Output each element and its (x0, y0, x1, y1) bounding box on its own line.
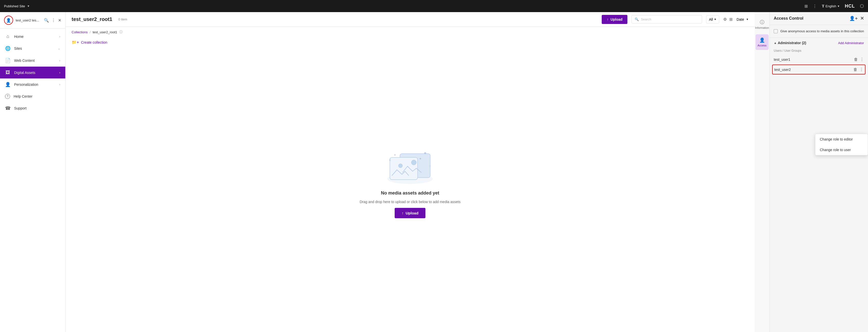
svg-point-4 (398, 164, 402, 168)
admin-section-wrapper: ▲ Administrator (2) Add Administrator Us… (770, 38, 868, 74)
tab-access[interactable]: 👤 Access (755, 34, 769, 50)
more-icon[interactable]: ⋮ (52, 18, 56, 23)
main-layout: 👤 test_user2 tes... 🔍 ⋮ ✕ ⌂ Home › 🌐 Sit… (0, 12, 868, 332)
right-panel-container: ⓘ Information 👤 Access Access Control 👤+… (754, 12, 868, 332)
chevron-down-icon: ▼ (714, 18, 716, 21)
sidebar-item-personalization[interactable]: 👤 Personalization › (0, 79, 65, 91)
access-control-panel: Access Control 👤+ ✕ Give anonymous acces… (770, 12, 868, 332)
language-label: English (826, 4, 836, 8)
add-user-icon[interactable]: 👤+ (849, 16, 858, 21)
chevron-right-icon: › (59, 59, 60, 62)
breadcrumb: Collections / test_user2_root1 ⓘ (66, 27, 754, 37)
tab-access-label: Access (757, 44, 766, 47)
top-bar-left: Published Site ▼ (4, 4, 30, 8)
access-icon: 👤 (759, 37, 765, 43)
chevron-right-icon: › (59, 83, 60, 86)
sites-icon: 🌐 (5, 46, 10, 51)
collection-title: test_user2_root1 (72, 17, 112, 22)
search-bar[interactable]: 🔍 Search (631, 15, 702, 24)
view-controls: ⚙ ⊞ (723, 17, 733, 22)
upload-button[interactable]: ↑ Upload (602, 15, 627, 24)
change-role-editor-item[interactable]: Change role to editor (815, 134, 868, 145)
svg-point-6 (394, 154, 396, 156)
delete-icon[interactable]: 🗑 (854, 57, 858, 62)
delete-icon[interactable]: 🗑 (854, 67, 858, 72)
sidebar-item-label: Support (14, 106, 60, 110)
breadcrumb-current: test_user2_root1 (93, 30, 117, 34)
web-content-icon: 📄 (5, 58, 10, 63)
sidebar-item-help-center[interactable]: ? Help Center (0, 91, 65, 102)
chevron-right-icon: › (59, 71, 60, 74)
search-icon: 🔍 (635, 18, 639, 21)
more-icon[interactable]: ⋮ (860, 67, 864, 72)
anonymous-access-checkbox[interactable] (774, 29, 778, 33)
sidebar-item-home[interactable]: ⌂ Home › (0, 31, 65, 42)
user-row-highlighted: test_user2 🗑 ⋮ (772, 65, 866, 74)
breadcrumb-separator: / (90, 30, 91, 34)
folder-add-icon: 📁+ (72, 40, 79, 44)
access-control-title: Access Control (774, 16, 803, 21)
information-icon: ⓘ (760, 19, 764, 25)
tab-information[interactable]: ⓘ Information (755, 16, 769, 32)
panel-tab-bar: ⓘ Information 👤 Access (754, 12, 770, 332)
close-icon[interactable]: ✕ (860, 16, 864, 21)
anonymous-access-row: Give anonymous access to media assets in… (770, 25, 868, 38)
access-control-header: Access Control 👤+ ✕ (770, 12, 868, 25)
top-bar-right: ⊞ ⋮ 𝐓 English ▼ HCL ⬡ (804, 3, 864, 9)
sidebar-nav: ⌂ Home › 🌐 Sites ⌄ 📄 Web Content › 🖼 Dig… (0, 29, 65, 332)
more-icon[interactable]: ⋮ (860, 57, 864, 62)
sidebar-item-digital-assets[interactable]: 🖼 Digital Assets › (0, 67, 65, 79)
chevron-down-icon: ⌄ (58, 47, 60, 50)
filter-all-button[interactable]: All ▼ (706, 16, 719, 24)
svg-point-5 (424, 152, 426, 154)
context-menu: Change role to editor Change role to use… (815, 134, 868, 155)
anonymous-access-label: Give anonymous access to media assets in… (780, 29, 864, 34)
filter-all-label: All (709, 18, 713, 22)
grid-icon[interactable]: ⊞ (804, 4, 808, 8)
chevron-down-icon[interactable]: ▼ (27, 4, 30, 7)
upload-icon: ↑ (607, 18, 609, 22)
content-header: test_user2_root1 0 item ↑ Upload 🔍 Searc… (66, 12, 754, 27)
help-icon: ? (5, 94, 10, 99)
hcl-logo: HCL (845, 3, 855, 9)
sidebar-item-label: Home (14, 35, 56, 39)
close-icon[interactable]: ✕ (58, 18, 61, 23)
empty-state-subtitle: Drag and drop here to upload or click be… (360, 200, 461, 204)
support-icon: ☎ (5, 105, 10, 111)
sidebar-item-web-content[interactable]: 📄 Web Content › (0, 55, 65, 67)
access-control-header-icons: 👤+ ✕ (849, 16, 864, 21)
language-selector[interactable]: 𝐓 English ▼ (822, 4, 840, 8)
info-icon[interactable]: ⓘ (119, 30, 123, 34)
search-icon[interactable]: 🔍 (44, 18, 49, 23)
sidebar-item-label: Help Center (13, 94, 60, 98)
filter-icon[interactable]: ⚙ (723, 17, 727, 22)
empty-state-illustration: ✦ ✕ ◇ (382, 146, 438, 186)
published-site-label[interactable]: Published Site (4, 4, 25, 8)
add-admin-link[interactable]: Add Administrator (838, 41, 864, 45)
sidebar-item-support[interactable]: ☎ Support (0, 102, 65, 114)
admin-header: ▲ Administrator (2) Add Administrator (774, 38, 864, 48)
collapse-icon[interactable]: ▲ (774, 41, 777, 44)
sidebar-item-label: Sites (14, 47, 54, 51)
sidebar-item-sites[interactable]: 🌐 Sites ⌄ (0, 42, 65, 55)
create-collection-button[interactable]: 📁+ Create collection (66, 37, 754, 47)
date-label: Date (737, 18, 744, 22)
breadcrumb-collections[interactable]: Collections (72, 30, 88, 34)
date-button[interactable]: Date ▼ (737, 18, 748, 22)
change-role-user-item[interactable]: Change role to user (815, 145, 868, 155)
grid-view-icon[interactable]: ⊞ (729, 17, 733, 22)
more-icon[interactable]: ⋮ (813, 4, 817, 8)
sidebar-header-icons: 🔍 ⋮ ✕ (44, 18, 61, 23)
app-icon: ⬡ (860, 3, 864, 9)
upload-icon: ↑ (402, 211, 404, 215)
sidebar-item-label: Digital Assets (14, 71, 56, 75)
sidebar-user-header: 👤 test_user2 tes... 🔍 ⋮ ✕ (0, 12, 65, 29)
upload-center-label: Upload (405, 211, 418, 215)
user-row-actions: 🗑 ⋮ (854, 67, 864, 72)
chevron-down-icon: ▼ (837, 5, 840, 7)
user-name-label: test_user1 (774, 58, 790, 62)
upload-label: Upload (611, 18, 622, 22)
tab-information-label: Information (755, 26, 769, 29)
upload-center-button[interactable]: ↑ Upload (395, 208, 426, 218)
personalization-icon: 👤 (5, 82, 10, 87)
